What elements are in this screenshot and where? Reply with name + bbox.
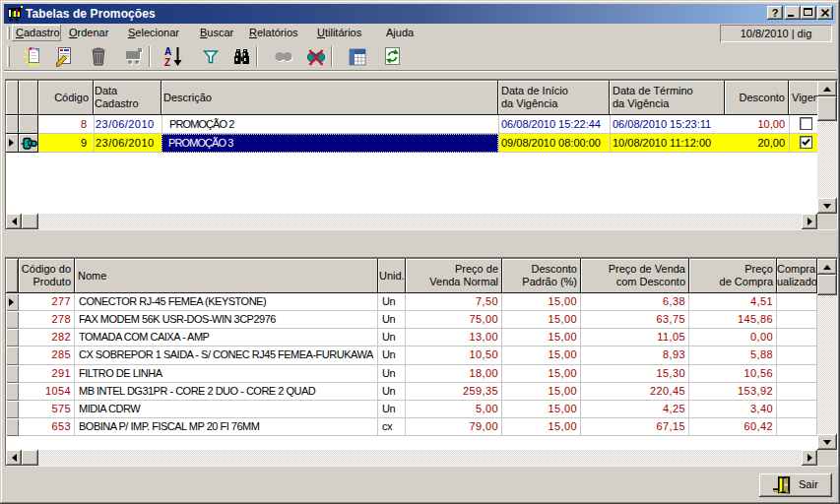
svg-text:A: A <box>164 46 171 57</box>
svg-text:Z: Z <box>164 57 170 68</box>
